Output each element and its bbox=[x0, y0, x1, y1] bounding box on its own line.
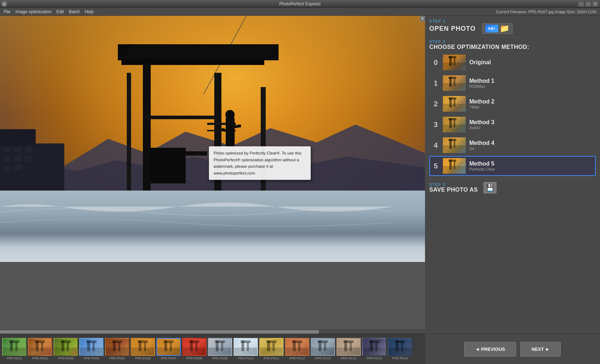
svg-rect-68 bbox=[195, 342, 198, 351]
thumbnail-item[interactable]: PPE-Pic06 bbox=[131, 338, 155, 360]
method-thumbnail bbox=[443, 55, 466, 70]
thumbnail-image bbox=[234, 338, 258, 356]
method-name: Method 3 bbox=[469, 119, 494, 126]
watermark-tooltip: Photo optimized by Perfectly Clear®. To … bbox=[209, 146, 311, 180]
next-button[interactable]: NEXT ► bbox=[520, 342, 561, 357]
step3-title: SAVE PHOTO AS bbox=[429, 187, 478, 193]
svg-rect-66 bbox=[183, 348, 206, 356]
method-number: 1 bbox=[432, 79, 439, 87]
method-info: Original bbox=[469, 59, 491, 66]
thumbnail-item[interactable]: PPE-Pic16 bbox=[388, 338, 412, 360]
thumbnail-item[interactable]: PPE-Pic05 bbox=[105, 338, 129, 360]
svg-rect-59 bbox=[138, 340, 148, 343]
thumbnail-label: PPE-Pic16 bbox=[392, 357, 408, 360]
svg-rect-25 bbox=[226, 118, 235, 146]
method-item-2[interactable]: 2 Method 2YMax bbox=[429, 94, 596, 114]
thumbnail-label: PPE-Pic02 bbox=[32, 357, 48, 360]
save-icon-button[interactable]: 💾 bbox=[484, 182, 496, 193]
svg-rect-46 bbox=[80, 348, 104, 356]
method-sub: RGBMax bbox=[469, 84, 494, 89]
svg-rect-17 bbox=[118, 44, 279, 60]
thumbnail-item[interactable]: PPE-Pic07 bbox=[156, 338, 181, 360]
method-item-4[interactable]: 4 Method 4i2e bbox=[429, 135, 596, 155]
thumbnail-label: PPE-Pic03 bbox=[58, 357, 74, 360]
thumbnail-item[interactable]: PPE-Pic10 bbox=[234, 338, 258, 360]
svg-rect-106 bbox=[389, 348, 412, 356]
thumbnail-item[interactable]: PPE-Pic02 bbox=[28, 338, 52, 360]
svg-rect-86 bbox=[286, 348, 309, 356]
thumbnail-item[interactable]: PPE-Pic08 bbox=[182, 338, 206, 360]
method-item-1[interactable]: 1 Method 1RGBMax bbox=[429, 73, 596, 93]
menu-image-optimization[interactable]: Image optimization bbox=[13, 9, 54, 15]
method-info: Method 2YMax bbox=[469, 98, 494, 109]
thumbnail-item[interactable]: PPE-Pic13 bbox=[311, 338, 335, 360]
thumbnail-label: PPE-Pic04 bbox=[84, 357, 99, 360]
menu-edit[interactable]: Edit bbox=[54, 9, 66, 15]
method-number: 0 bbox=[432, 59, 439, 67]
thumbnail-item[interactable]: PPE-Pic03 bbox=[54, 338, 78, 360]
svg-rect-103 bbox=[375, 342, 378, 351]
thumbnail-image bbox=[208, 338, 232, 356]
svg-rect-48 bbox=[92, 342, 95, 351]
thumbnail-item[interactable]: PPE-Pic04 bbox=[79, 338, 104, 360]
open-photo-button[interactable]: 迅雷7 📁 bbox=[482, 23, 512, 34]
scroll-indicator[interactable]: ▼ bbox=[420, 16, 425, 21]
method-sub: Perfectly Clear bbox=[469, 167, 495, 171]
svg-rect-4 bbox=[4, 147, 11, 152]
thumbnail-item[interactable]: PPE-Pic14 bbox=[336, 338, 361, 360]
svg-rect-31 bbox=[3, 348, 26, 356]
thumbnail-item[interactable]: PPE-Pic09 bbox=[208, 338, 232, 360]
thumbnail-item[interactable]: PPE-Pic01 bbox=[2, 338, 26, 360]
method-number: 3 bbox=[432, 121, 439, 129]
maximize-button[interactable]: □ bbox=[585, 1, 591, 7]
thumbnail-item[interactable]: PPE-Pic11 bbox=[259, 338, 284, 360]
method-sub: YMax bbox=[469, 105, 494, 109]
thumbnail-image bbox=[79, 338, 104, 356]
horizontal-scrollbar[interactable] bbox=[0, 329, 425, 334]
svg-rect-9 bbox=[25, 156, 32, 161]
method-item-5[interactable]: 5 Method 5Perfectly Clear bbox=[429, 156, 596, 176]
thumbnail-label: PPE-Pic07 bbox=[161, 357, 176, 360]
svg-rect-129 bbox=[449, 118, 456, 120]
menu-file[interactable]: File bbox=[1, 9, 12, 15]
main-layout: ▼ bbox=[0, 16, 600, 364]
svg-rect-41 bbox=[54, 348, 78, 356]
minimize-button[interactable]: − bbox=[578, 1, 584, 7]
step1-section: STEP 1 OPEN PHOTO 迅雷7 📁 bbox=[429, 19, 596, 34]
method-item-3[interactable]: 3 Method 3Xe847 bbox=[429, 115, 596, 135]
thumbnail-item[interactable]: PPE-Pic15 bbox=[362, 338, 386, 360]
method-thumbnail bbox=[443, 137, 466, 153]
previous-button[interactable]: ◄ PREVIOUS bbox=[464, 342, 516, 357]
folder-icon: 📁 bbox=[500, 25, 509, 32]
thumbnail-image bbox=[259, 338, 284, 356]
svg-rect-76 bbox=[234, 348, 258, 356]
svg-rect-18 bbox=[121, 59, 264, 65]
svg-rect-33 bbox=[15, 342, 18, 351]
menu-batch[interactable]: Batch bbox=[67, 9, 82, 15]
method-thumbnail bbox=[443, 75, 466, 91]
method-number: 4 bbox=[432, 141, 439, 150]
svg-rect-74 bbox=[215, 340, 225, 343]
close-button[interactable]: ✕ bbox=[592, 1, 599, 7]
svg-rect-34 bbox=[9, 340, 19, 343]
svg-rect-61 bbox=[157, 348, 181, 356]
svg-rect-27 bbox=[221, 128, 226, 132]
menu-help[interactable]: Help bbox=[82, 9, 96, 15]
thumbnail-item[interactable]: PPE-Pic12 bbox=[285, 338, 309, 360]
thumbnail-image bbox=[311, 338, 335, 356]
scrollbar-thumb[interactable] bbox=[0, 330, 319, 334]
thumbnail-label: PPE-Pic01 bbox=[6, 357, 22, 360]
svg-rect-12 bbox=[0, 129, 36, 145]
svg-rect-98 bbox=[350, 342, 352, 351]
svg-rect-104 bbox=[369, 340, 379, 343]
method-item-0[interactable]: 0 Original bbox=[429, 52, 596, 72]
svg-rect-71 bbox=[209, 348, 232, 356]
step2-section: STEP 2 CHOOSE OPTIMIZATION METHOD: bbox=[429, 40, 596, 50]
svg-rect-8 bbox=[14, 156, 21, 161]
svg-rect-38 bbox=[41, 342, 43, 351]
canvas-area: ▼ bbox=[0, 16, 425, 364]
thumbnail-strip: PPE-Pic01 PPE-Pic02 PPE-Pic03 PPE-Pic04 … bbox=[0, 334, 425, 364]
svg-rect-22 bbox=[150, 148, 186, 183]
thumbnail-label: PPE-Pic14 bbox=[341, 357, 356, 360]
svg-rect-63 bbox=[170, 342, 172, 351]
